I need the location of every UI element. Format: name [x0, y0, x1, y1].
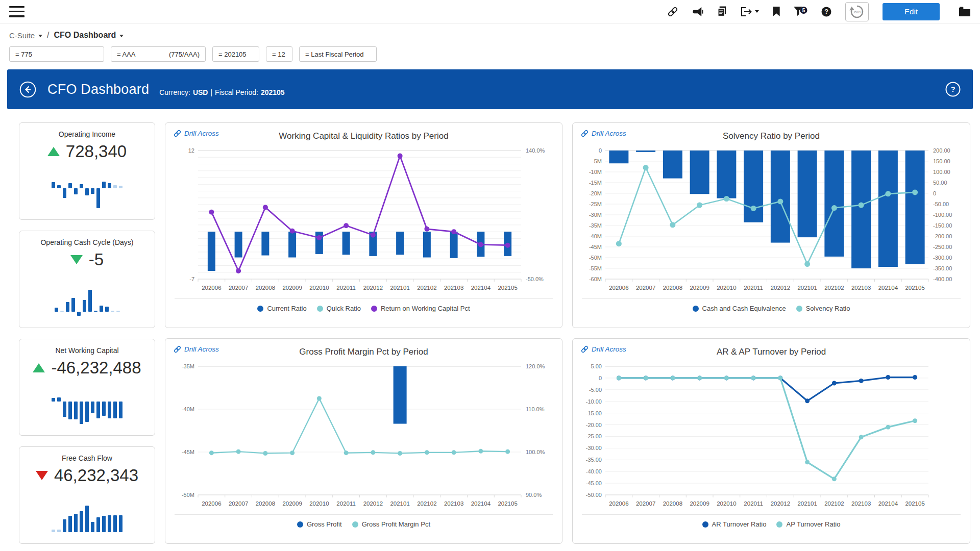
data-point[interactable]: [859, 379, 864, 383]
data-point[interactable]: [670, 375, 675, 380]
data-point[interactable]: [913, 418, 917, 423]
data-point[interactable]: [398, 451, 402, 456]
filter-chip[interactable]: = AAA(775/AAA): [111, 46, 206, 62]
bar[interactable]: [905, 151, 925, 264]
data-point[interactable]: [371, 450, 375, 455]
data-point[interactable]: [344, 223, 349, 228]
data-point[interactable]: [751, 375, 756, 380]
data-point[interactable]: [451, 229, 456, 234]
bar[interactable]: [235, 232, 242, 257]
menu-icon[interactable]: [9, 6, 24, 17]
bar[interactable]: [450, 232, 458, 258]
chart-plot[interactable]: 0-5M-10M-15M-20M-25M-30M-35M-40M-45M-50M…: [580, 145, 960, 296]
data-point[interactable]: [832, 477, 837, 481]
chart-plot[interactable]: 5.000-5.00-10.00-15.00-20.00-25.00-30.00…: [580, 361, 960, 512]
legend-item[interactable]: Return on Working Capital Pct: [371, 305, 470, 312]
help-icon[interactable]: ?: [821, 7, 831, 17]
data-point[interactable]: [724, 375, 729, 380]
data-point[interactable]: [209, 450, 214, 455]
chart-plot[interactable]: -35M-40M-45M-50M120.0%110.0%100.0%90.0%2…: [173, 361, 553, 512]
data-point[interactable]: [859, 435, 864, 439]
bookmark-icon[interactable]: [773, 7, 780, 16]
data-point[interactable]: [263, 205, 268, 210]
data-point[interactable]: [886, 425, 890, 430]
link-icon[interactable]: [667, 6, 678, 17]
kpi-card[interactable]: Operating Income 728,340: [19, 122, 155, 220]
data-point[interactable]: [478, 242, 483, 247]
data-point[interactable]: [912, 189, 918, 195]
filter-chip[interactable]: = 202105: [212, 46, 259, 62]
back-button[interactable]: [19, 81, 36, 98]
data-point[interactable]: [425, 450, 429, 455]
data-point[interactable]: [616, 241, 622, 246]
chart-plot[interactable]: 12-7140.0%-50.0%202006202007202008202009…: [173, 145, 553, 296]
legend-item[interactable]: Quick Ratio: [317, 305, 361, 312]
data-point[interactable]: [644, 375, 648, 380]
legend-item[interactable]: Solvency Ratio: [796, 305, 850, 312]
bar[interactable]: [609, 151, 628, 163]
data-point[interactable]: [724, 196, 729, 202]
data-point[interactable]: [831, 205, 837, 211]
data-point[interactable]: [886, 375, 890, 380]
data-point[interactable]: [398, 154, 403, 159]
bar[interactable]: [824, 151, 844, 257]
bar[interactable]: [878, 151, 898, 267]
filter-icon[interactable]: 5: [794, 7, 807, 17]
copy-icon[interactable]: [717, 6, 727, 17]
edit-button[interactable]: Edit: [883, 3, 940, 20]
data-point[interactable]: [209, 210, 214, 215]
data-point[interactable]: [316, 235, 322, 240]
data-point[interactable]: [913, 375, 917, 380]
bar[interactable]: [394, 366, 407, 424]
data-point[interactable]: [777, 198, 783, 204]
bar[interactable]: [396, 232, 404, 255]
drill-across-link[interactable]: Drill Across: [174, 345, 219, 353]
legend-item[interactable]: Gross Profit Margin Pct: [352, 520, 430, 528]
data-point[interactable]: [778, 375, 782, 380]
bar[interactable]: [798, 151, 817, 237]
data-point[interactable]: [236, 449, 241, 454]
bar[interactable]: [208, 232, 215, 271]
export-icon[interactable]: [741, 7, 759, 17]
filter-chip[interactable]: = Last Fiscal Period: [299, 46, 377, 62]
breadcrumb-parent[interactable]: C-Suite: [9, 31, 42, 40]
bar[interactable]: [342, 232, 350, 255]
legend-item[interactable]: AR Turnover Ratio: [702, 520, 767, 528]
data-point[interactable]: [505, 243, 510, 248]
banner-help-button[interactable]: ?: [945, 82, 961, 98]
data-point[interactable]: [885, 191, 891, 196]
legend-item[interactable]: AP Turnover Ratio: [776, 520, 840, 528]
data-point[interactable]: [670, 222, 675, 228]
data-point[interactable]: [697, 203, 702, 208]
data-point[interactable]: [805, 460, 810, 464]
bar[interactable]: [288, 232, 296, 257]
data-point[interactable]: [804, 261, 810, 267]
bar[interactable]: [423, 232, 431, 257]
data-point[interactable]: [371, 233, 376, 238]
filter-chip[interactable]: = 775: [9, 46, 104, 62]
data-point[interactable]: [751, 206, 756, 211]
data-point[interactable]: [290, 450, 295, 455]
folder-icon[interactable]: [959, 7, 971, 16]
data-point[interactable]: [236, 268, 241, 273]
drill-across-link[interactable]: Drill Across: [174, 130, 219, 137]
drill-across-link[interactable]: Drill Across: [581, 345, 626, 353]
legend-item[interactable]: Cash and Cash Equivalence: [693, 305, 786, 312]
data-point[interactable]: [697, 375, 702, 380]
data-point[interactable]: [344, 450, 349, 455]
bar[interactable]: [315, 232, 323, 254]
legend-item[interactable]: Current Ratio: [257, 305, 306, 312]
bar[interactable]: [717, 151, 736, 198]
megaphone-icon[interactable]: [692, 7, 703, 17]
undo-history-button[interactable]: 3509: [845, 2, 869, 21]
data-point[interactable]: [263, 451, 267, 456]
data-point[interactable]: [424, 227, 429, 232]
data-point[interactable]: [643, 165, 649, 170]
bar[interactable]: [663, 151, 682, 179]
bar[interactable]: [771, 151, 790, 243]
data-point[interactable]: [505, 449, 510, 454]
data-point[interactable]: [290, 229, 295, 234]
breadcrumb-current[interactable]: CFO Dashboard: [54, 31, 124, 40]
drill-across-link[interactable]: Drill Across: [581, 130, 626, 137]
data-point[interactable]: [478, 449, 483, 454]
